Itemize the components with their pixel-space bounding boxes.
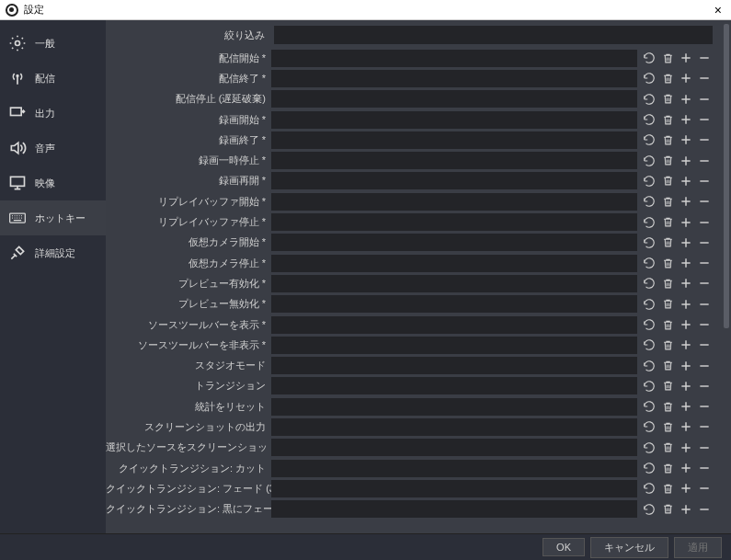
trash-icon[interactable] — [659, 173, 676, 189]
hotkey-input[interactable] — [271, 213, 637, 231]
sidebar-item-output[interactable]: 出力 — [0, 96, 106, 131]
undo-icon[interactable] — [641, 378, 657, 394]
minus-icon[interactable] — [696, 91, 713, 108]
trash-icon[interactable] — [659, 275, 676, 291]
undo-icon[interactable] — [641, 70, 657, 86]
hotkey-input[interactable] — [271, 172, 637, 189]
plus-icon[interactable] — [678, 296, 694, 313]
hotkey-input[interactable] — [271, 460, 637, 477]
cancel-button[interactable]: キャンセル — [590, 537, 668, 558]
plus-icon[interactable] — [678, 480, 694, 497]
hotkey-input[interactable] — [271, 70, 637, 87]
undo-icon[interactable] — [641, 398, 657, 415]
trash-icon[interactable] — [659, 214, 676, 231]
plus-icon[interactable] — [678, 501, 694, 518]
minus-icon[interactable] — [696, 296, 713, 313]
hotkey-input[interactable] — [271, 377, 637, 394]
hotkey-input[interactable] — [271, 90, 637, 108]
sidebar-item-general[interactable]: 一般 — [0, 26, 106, 61]
sidebar-item-video[interactable]: 映像 — [0, 166, 106, 200]
plus-icon[interactable] — [678, 378, 694, 394]
minus-icon[interactable] — [696, 173, 713, 189]
plus-icon[interactable] — [678, 70, 694, 86]
minus-icon[interactable] — [696, 193, 713, 210]
undo-icon[interactable] — [641, 296, 657, 313]
hotkey-input[interactable] — [271, 418, 637, 436]
trash-icon[interactable] — [659, 234, 676, 251]
sidebar-item-stream[interactable]: 配信 — [0, 61, 106, 96]
trash-icon[interactable] — [659, 70, 676, 86]
undo-icon[interactable] — [641, 173, 657, 189]
undo-icon[interactable] — [641, 480, 657, 497]
trash-icon[interactable] — [659, 418, 676, 435]
plus-icon[interactable] — [678, 358, 694, 374]
trash-icon[interactable] — [659, 337, 676, 353]
trash-icon[interactable] — [659, 111, 676, 128]
sidebar-item-hotkeys[interactable]: ホットキー — [0, 200, 106, 235]
minus-icon[interactable] — [696, 480, 713, 497]
hotkey-input[interactable] — [271, 295, 637, 313]
trash-icon[interactable] — [659, 153, 676, 169]
hotkey-input[interactable] — [271, 131, 637, 149]
minus-icon[interactable] — [696, 418, 713, 435]
hotkey-input[interactable] — [271, 193, 637, 211]
plus-icon[interactable] — [678, 418, 694, 435]
minus-icon[interactable] — [696, 398, 713, 415]
hotkey-input[interactable] — [271, 500, 637, 518]
minus-icon[interactable] — [696, 460, 713, 476]
minus-icon[interactable] — [696, 316, 713, 333]
undo-icon[interactable] — [641, 131, 657, 148]
undo-icon[interactable] — [641, 193, 657, 210]
trash-icon[interactable] — [659, 460, 676, 476]
minus-icon[interactable] — [696, 153, 713, 169]
plus-icon[interactable] — [678, 91, 694, 108]
plus-icon[interactable] — [678, 460, 694, 476]
hotkey-input[interactable] — [271, 275, 637, 292]
undo-icon[interactable] — [641, 440, 657, 456]
undo-icon[interactable] — [641, 275, 657, 291]
minus-icon[interactable] — [696, 378, 713, 394]
minus-icon[interactable] — [696, 337, 713, 353]
trash-icon[interactable] — [659, 358, 676, 374]
hotkey-input[interactable] — [271, 357, 637, 374]
trash-icon[interactable] — [659, 440, 676, 456]
plus-icon[interactable] — [678, 153, 694, 169]
close-button[interactable]: × — [711, 3, 725, 17]
minus-icon[interactable] — [696, 131, 713, 148]
plus-icon[interactable] — [678, 316, 694, 333]
undo-icon[interactable] — [641, 153, 657, 169]
plus-icon[interactable] — [678, 50, 694, 66]
undo-icon[interactable] — [641, 501, 657, 518]
hotkey-input[interactable] — [271, 111, 637, 129]
minus-icon[interactable] — [696, 70, 713, 86]
trash-icon[interactable] — [659, 50, 676, 66]
undo-icon[interactable] — [641, 337, 657, 353]
hotkey-input[interactable] — [271, 480, 637, 497]
undo-icon[interactable] — [641, 234, 657, 251]
trash-icon[interactable] — [659, 480, 676, 497]
undo-icon[interactable] — [641, 111, 657, 128]
plus-icon[interactable] — [678, 214, 694, 231]
hotkey-input[interactable] — [271, 255, 637, 272]
trash-icon[interactable] — [659, 131, 676, 148]
hotkey-input[interactable] — [271, 234, 637, 251]
hotkey-input[interactable] — [271, 439, 637, 456]
plus-icon[interactable] — [678, 398, 694, 415]
undo-icon[interactable] — [641, 460, 657, 476]
hotkey-input[interactable] — [271, 398, 637, 416]
minus-icon[interactable] — [696, 358, 713, 374]
undo-icon[interactable] — [641, 418, 657, 435]
undo-icon[interactable] — [641, 214, 657, 231]
minus-icon[interactable] — [696, 234, 713, 251]
filter-input[interactable] — [274, 26, 713, 44]
sidebar-item-advanced[interactable]: 詳細設定 — [0, 235, 106, 270]
sidebar-item-audio[interactable]: 音声 — [0, 131, 106, 166]
undo-icon[interactable] — [641, 255, 657, 271]
trash-icon[interactable] — [659, 193, 676, 210]
trash-icon[interactable] — [659, 501, 676, 518]
hotkey-input[interactable] — [271, 316, 637, 334]
minus-icon[interactable] — [696, 111, 713, 128]
trash-icon[interactable] — [659, 398, 676, 415]
plus-icon[interactable] — [678, 234, 694, 251]
trash-icon[interactable] — [659, 296, 676, 313]
